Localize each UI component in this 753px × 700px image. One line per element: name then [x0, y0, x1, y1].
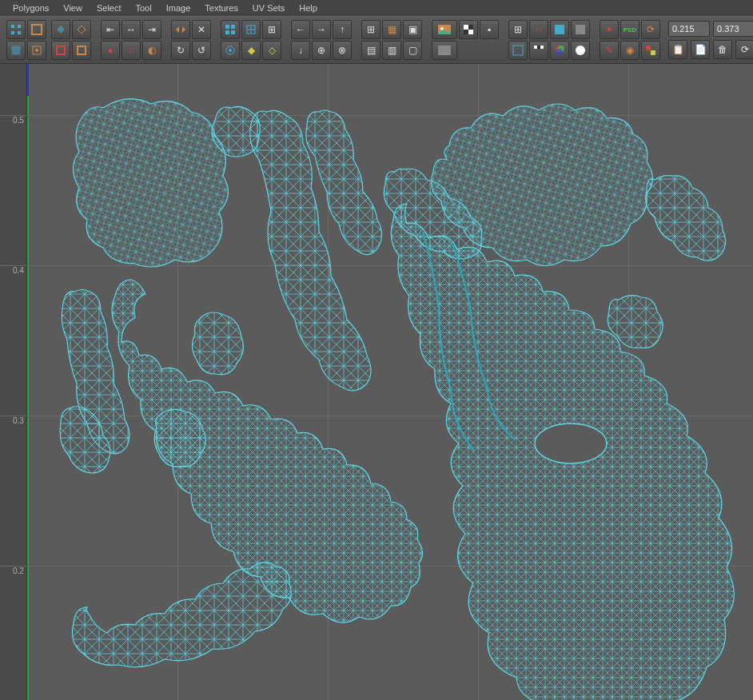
- menu-view[interactable]: View: [57, 2, 89, 14]
- snap-edge-btn[interactable]: ▤: [361, 41, 380, 60]
- unfold-btn[interactable]: [221, 20, 240, 39]
- snap-off-btn[interactable]: ▢: [403, 41, 422, 60]
- display-alpha-btn[interactable]: [571, 41, 590, 60]
- optimize-btn[interactable]: [221, 41, 240, 60]
- svg-rect-28: [534, 46, 537, 49]
- select-border2-btn[interactable]: [72, 41, 91, 60]
- paste-uv-btn[interactable]: 📄: [691, 40, 710, 59]
- tool-group-selection: [5, 20, 48, 60]
- align-center-btn[interactable]: ↔: [122, 20, 141, 39]
- svg-rect-26: [576, 25, 585, 34]
- tool-group-snap: ⊞ ▦ ▣ ▤ ▥ ▢: [360, 20, 424, 60]
- tool-group-move: ← → ↑ ↓ ⊕ ⊗: [289, 20, 353, 60]
- menu-select[interactable]: Select: [90, 2, 128, 14]
- svg-rect-11: [225, 30, 229, 34]
- tex-bake-btn[interactable]: ✦: [600, 20, 619, 39]
- flip-v-btn[interactable]: ✕: [192, 20, 211, 39]
- move-u-pos-btn[interactable]: →: [312, 20, 331, 39]
- align-top-btn[interactable]: ●: [101, 41, 120, 60]
- svg-rect-8: [78, 46, 86, 54]
- refresh-btn[interactable]: ⟳: [735, 40, 753, 59]
- ruler-tick: 0.2: [0, 566, 26, 575]
- menu-image[interactable]: Image: [160, 2, 197, 14]
- tool-group-texture: ✦ PSD ⟳ ✎ ◉: [598, 20, 662, 60]
- snap-grid-btn[interactable]: ⊞: [361, 20, 380, 39]
- snap-vert-btn[interactable]: ▣: [403, 20, 422, 39]
- ruler-tick: 0.5: [0, 115, 26, 125]
- uv-canvas[interactable]: [27, 64, 753, 700]
- display-grid-btn[interactable]: ⊞: [508, 20, 528, 39]
- tex-psd-btn[interactable]: PSD: [620, 20, 639, 39]
- u-input[interactable]: [668, 21, 710, 37]
- fit-btn[interactable]: ◇: [262, 41, 281, 60]
- display-snap-btn[interactable]: ∩: [529, 20, 548, 39]
- snap-face-btn[interactable]: ▥: [382, 41, 401, 60]
- svg-point-33: [556, 49, 563, 55]
- move-v-pos-btn[interactable]: ↑: [333, 20, 352, 39]
- layout-btn[interactable]: [241, 20, 261, 39]
- ruler-vertical: 0.5 0.4 0.3 0.2: [0, 64, 27, 700]
- image-checker-btn[interactable]: ▪: [480, 20, 499, 39]
- svg-rect-3: [18, 31, 21, 34]
- svg-rect-22: [464, 30, 468, 34]
- select-edge-btn[interactable]: [27, 20, 46, 39]
- image-save-btn[interactable]: [432, 41, 457, 60]
- svg-rect-0: [11, 25, 14, 28]
- uv-coords: 📋 📄 🗑 ⟳: [668, 21, 753, 59]
- rotate-ccw-btn[interactable]: ↺: [192, 41, 211, 60]
- menu-tool[interactable]: Tool: [129, 2, 158, 14]
- copy-uv-btn[interactable]: 📋: [668, 40, 687, 59]
- tex-remove-btn[interactable]: [641, 41, 660, 60]
- move-reset-btn[interactable]: ⊗: [333, 41, 352, 60]
- select-uv-btn[interactable]: [27, 41, 46, 60]
- svg-rect-9: [225, 25, 229, 29]
- svg-rect-7: [57, 46, 65, 54]
- menu-uvsets[interactable]: UV Sets: [246, 2, 291, 14]
- display-image-btn[interactable]: [550, 20, 569, 39]
- align-left-btn[interactable]: ⇤: [101, 20, 120, 39]
- relax-btn[interactable]: ⊞: [262, 20, 281, 39]
- flip-h-btn[interactable]: [171, 20, 190, 39]
- align-mid-btn[interactable]: ○: [122, 41, 141, 60]
- select-vertex-btn[interactable]: [6, 20, 26, 39]
- image-dim-btn[interactable]: [459, 20, 478, 39]
- svg-rect-36: [651, 50, 655, 55]
- snap-pixel-btn[interactable]: ▦: [382, 20, 401, 39]
- delete-uv-btn[interactable]: 🗑: [713, 40, 732, 59]
- tool-group-flip: ✕ ↻ ↺: [169, 20, 213, 60]
- align-right-btn[interactable]: ⇥: [142, 20, 161, 39]
- align-bot-btn[interactable]: ◐: [142, 41, 161, 60]
- svg-rect-12: [231, 30, 235, 34]
- menu-polygons[interactable]: Polygons: [6, 2, 55, 14]
- tex-edit-btn[interactable]: ✎: [600, 41, 619, 60]
- svg-rect-21: [468, 25, 473, 30]
- toolbar: ⇤ ↔ ⇥ ● ○ ◐ ✕ ↻ ↺ ⊞ ◆ ◇: [0, 16, 753, 64]
- menu-textures[interactable]: Textures: [198, 2, 245, 14]
- ruler-tick: 0.4: [0, 265, 26, 275]
- svg-rect-1: [18, 25, 21, 28]
- move-u-neg-btn[interactable]: ←: [291, 20, 310, 39]
- display-wire-btn[interactable]: [508, 41, 528, 60]
- tool-group-align: ⇤ ↔ ⇥ ● ○ ◐: [99, 20, 163, 60]
- move-v-neg-btn[interactable]: ↓: [291, 41, 310, 60]
- select-face-btn[interactable]: [6, 41, 26, 60]
- move-center-btn[interactable]: ⊕: [312, 41, 331, 60]
- display-shaded-btn[interactable]: [571, 20, 590, 39]
- tex-update-btn[interactable]: ⟳: [641, 20, 660, 39]
- tex-assign-btn[interactable]: ◉: [620, 41, 639, 60]
- v-input[interactable]: [713, 21, 753, 37]
- tool-group-display: ⊞ ∩: [507, 20, 592, 60]
- select-shell-btn[interactable]: [51, 20, 70, 39]
- svg-rect-24: [438, 46, 451, 55]
- uv-viewport[interactable]: 0.5 0.4 0.3 0.2: [0, 64, 753, 700]
- select-shell2-btn[interactable]: [72, 20, 91, 39]
- display-rgb-btn[interactable]: [550, 41, 569, 60]
- svg-point-6: [35, 49, 38, 52]
- image-load-btn[interactable]: [432, 20, 457, 39]
- display-checker2-btn[interactable]: [529, 41, 548, 60]
- menu-help[interactable]: Help: [293, 2, 324, 14]
- select-border-btn[interactable]: [51, 41, 70, 60]
- rotate-cw-btn[interactable]: ↻: [171, 41, 190, 60]
- menubar: Polygons View Select Tool Image Textures…: [0, 0, 753, 16]
- normalize-btn[interactable]: ◆: [241, 41, 261, 60]
